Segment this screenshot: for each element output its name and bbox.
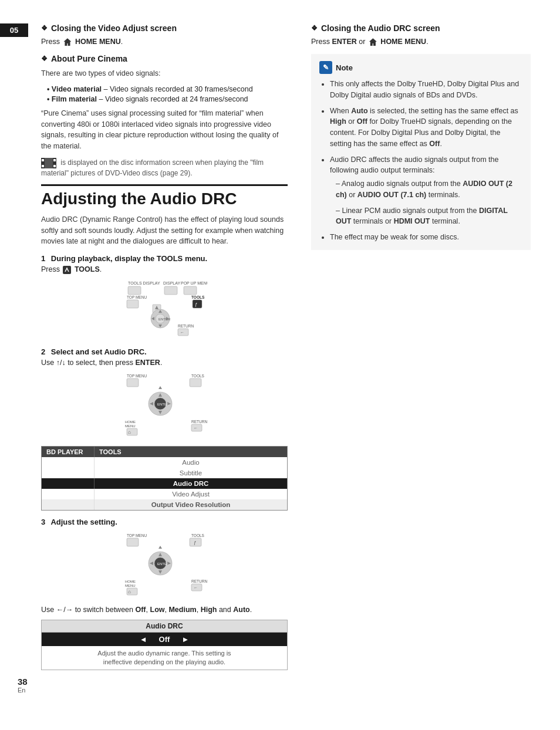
svg-text:TOOLS: TOOLS <box>191 374 205 378</box>
svg-text:⌂: ⌂ <box>128 430 131 435</box>
note-box: ✎ Note This only affects the Dolby TrueH… <box>311 54 531 250</box>
step2-label: 2 Select and set Audio DRC. <box>41 347 288 356</box>
menu-row-label-5 <box>42 499 95 510</box>
svg-rect-32 <box>127 378 139 387</box>
svg-rect-4 <box>53 165 56 167</box>
note-item-1: This only affects the Dolby TrueHD, Dolb… <box>330 79 522 101</box>
menu-row-label-1 <box>42 457 95 468</box>
svg-rect-12 <box>184 286 197 295</box>
svg-text:TOOLS: TOOLS <box>191 295 205 299</box>
step1-press: Press TOOLS. <box>41 265 288 274</box>
menu-row-value-1: Audio <box>95 457 287 468</box>
svg-text:POP UP MENU: POP UP MENU <box>181 281 207 285</box>
note-item-2: When Auto is selected, the setting has t… <box>330 106 522 150</box>
svg-rect-3 <box>53 159 56 161</box>
menu-row-audiodrc: Audio DRC <box>42 478 287 489</box>
svg-text:TOOLS DISPLAY: TOOLS DISPLAY <box>128 281 160 285</box>
remote-svg-3: TOP MENU TOOLS ƒ ENTER <box>122 531 207 599</box>
svg-text:MENU: MENU <box>125 584 136 587</box>
svg-text:ƒ: ƒ <box>194 540 196 545</box>
menu-row-label-2 <box>42 468 95 478</box>
about-pure-cinema-section: ❖ About Pure Cinema There are two types … <box>41 54 288 178</box>
home-icon <box>63 38 71 46</box>
audio-drc-desc: Adjust the audio dynamic range. This set… <box>42 646 287 670</box>
remote-svg-2: TOP MENU TOOLS ENTER <box>122 371 207 439</box>
menu-header-left: BD PLAYER <box>42 447 95 457</box>
menu-row-subtitle: Subtitle <box>42 468 287 478</box>
closing-audio-press: Press ENTER or HOME MENU. <box>311 38 531 46</box>
note-item-3: Audio DRC affects the audio signals outp… <box>330 154 522 228</box>
pure-cinema-intro: There are two types of video signals: <box>41 68 288 79</box>
svg-text:RETURN: RETURN <box>191 420 207 424</box>
menu-row-label-3 <box>42 478 95 489</box>
diamond-icon-3: ❖ <box>311 24 318 32</box>
svg-text:DISPLAY: DISPLAY <box>163 281 180 285</box>
remote-img-3: TOP MENU TOOLS ƒ ENTER <box>41 531 288 599</box>
closing-video-press: Press HOME MENU. <box>41 38 288 46</box>
audio-drc-box: Audio DRC ◄ Off ► Adjust the audio dynam… <box>41 620 288 671</box>
svg-text:ƒ: ƒ <box>195 302 197 307</box>
svg-rect-10 <box>128 286 141 295</box>
film-icon-note: is displayed on the disc information scr… <box>41 158 288 178</box>
pure-cinema-body1: “Pure Cinema” uses signal processing sui… <box>41 108 288 152</box>
svg-text:TOP MENU: TOP MENU <box>127 295 147 299</box>
svg-rect-11 <box>164 286 177 295</box>
note-icon: ✎ <box>319 61 332 74</box>
svg-text:TOP MENU: TOP MENU <box>127 374 147 378</box>
step1: 1 During playback, display the TOOLS men… <box>41 254 288 340</box>
svg-text:ENTER: ENTER <box>158 317 171 321</box>
note-header: ✎ Note <box>319 61 522 74</box>
svg-rect-6 <box>63 266 71 274</box>
remote-img-2: TOP MENU TOOLS ENTER <box>41 371 288 439</box>
page-badge: 05 <box>0 23 28 37</box>
svg-text:←: ← <box>194 586 198 590</box>
audio-drc-left-arrow[interactable]: ◄ <box>140 635 147 644</box>
note-sub-list: Analog audio signals output from the AUD… <box>330 178 522 227</box>
menu-header: BD PLAYER TOOLS <box>42 447 287 457</box>
menu-row-value-4: Video Adjust <box>95 489 287 499</box>
svg-text:HOME: HOME <box>125 580 136 583</box>
menu-row-audio: Audio <box>42 457 287 468</box>
note-sub-item-2: Linear PCM audio signals output from the… <box>336 205 522 228</box>
step3-label: 3 Adjust the setting. <box>41 518 288 526</box>
svg-text:HOME: HOME <box>125 420 136 424</box>
svg-text:←: ← <box>180 330 184 334</box>
about-pure-cinema-title: ❖ About Pure Cinema <box>41 54 288 63</box>
menu-row-outputvideo: Output Video Resolution <box>42 499 287 510</box>
closing-audio-section: ❖ Closing the Audio DRC screen Press ENT… <box>311 23 531 46</box>
right-column: ❖ Closing the Audio DRC screen Press ENT… <box>311 23 531 670</box>
bullet-video-material: Video material – Video signals recorded … <box>47 85 288 93</box>
audio-drc-title: Audio DRC <box>42 620 287 633</box>
svg-text:⌂: ⌂ <box>128 589 131 594</box>
diamond-icon: ❖ <box>41 24 48 32</box>
note-sub-item-1: Analog audio signals output from the AUD… <box>336 178 522 201</box>
diamond-icon-2: ❖ <box>41 55 48 63</box>
home-icon-2 <box>369 38 377 46</box>
audio-drc-value-row: ◄ Off ► <box>42 633 287 646</box>
film-icon <box>41 158 56 168</box>
svg-text:RETURN: RETURN <box>191 579 207 583</box>
svg-text:←: ← <box>194 426 198 430</box>
bullet-film-material: Film material – Video signals recorded a… <box>47 95 288 103</box>
svg-text:TOOLS: TOOLS <box>191 533 205 538</box>
step1-label: 1 During playback, display the TOOLS men… <box>41 254 288 263</box>
svg-rect-1 <box>42 159 44 161</box>
left-column: ❖ Closing the Video Adjust screen Press … <box>41 23 288 670</box>
big-heading-divider: Adjusting the Audio DRC <box>41 184 288 208</box>
page-wrapper: 05 ❖ Closing the Video Adjust screen Pre… <box>0 0 560 705</box>
menu-row-value-3: Audio DRC <box>95 478 287 489</box>
audio-drc-intro: Audio DRC (Dynamic Range Control) has th… <box>41 214 288 247</box>
step2-sub: Use ↑/↓ to select, then press ENTER. <box>41 359 288 367</box>
page-lang: En <box>18 687 28 694</box>
menu-row-value-5: Output Video Resolution <box>95 499 287 510</box>
closing-video-title: ❖ Closing the Video Adjust screen <box>41 23 288 33</box>
note-list: This only affects the Dolby TrueHD, Dolb… <box>319 79 522 243</box>
svg-text:MENU: MENU <box>125 424 136 428</box>
menu-table: BD PLAYER TOOLS Audio Subtitle Audio DRC <box>41 446 288 511</box>
audio-drc-value: Off <box>159 635 170 644</box>
menu-row-label-4 <box>42 489 95 499</box>
note-item-4: The effect may be weak for some discs. <box>330 232 522 243</box>
audio-drc-right-arrow[interactable]: ► <box>181 635 189 644</box>
closing-video-section: ❖ Closing the Video Adjust screen Press … <box>41 23 288 46</box>
remote-img-1: TOOLS DISPLAY DISPLAY POP UP MENU TOOLS … <box>41 279 288 340</box>
